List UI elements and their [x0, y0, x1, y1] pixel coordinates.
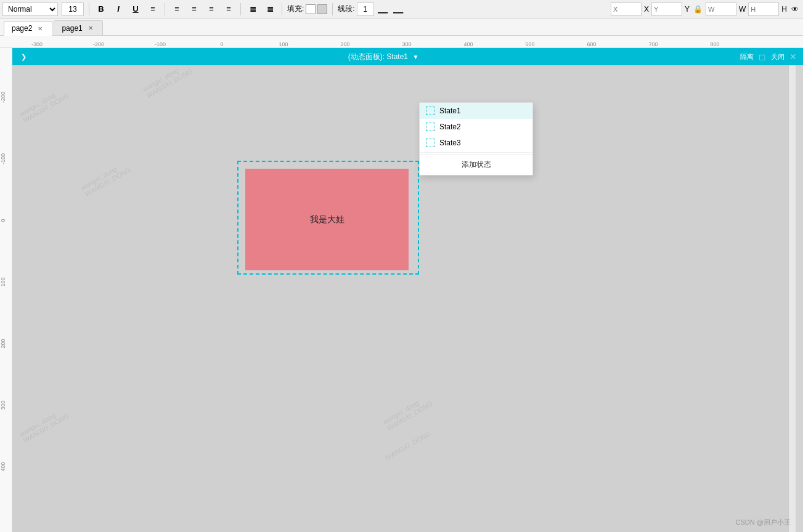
- font-size-input[interactable]: [62, 2, 84, 16]
- state-item-2[interactable]: State2: [420, 119, 532, 135]
- stroke-end-button[interactable]: ⎯⎯: [391, 2, 405, 16]
- state-label-2: State2: [439, 123, 461, 131]
- state-label-1: State1: [439, 107, 461, 115]
- dp-sep-2: ✕: [789, 52, 797, 62]
- state-divider: [420, 152, 532, 153]
- dp-title-text: (动态面板): State1: [348, 52, 408, 61]
- stroke-style-button[interactable]: ⎯⎯: [376, 2, 389, 16]
- align-dist-button[interactable]: ≣: [246, 2, 259, 16]
- align-spread-button[interactable]: ≣: [263, 2, 277, 16]
- separator-2: [165, 3, 165, 15]
- align-left-button[interactable]: ≡: [170, 2, 184, 16]
- tab-page1-label: page1: [62, 24, 82, 33]
- stroke-width-input[interactable]: [357, 2, 374, 16]
- list-button[interactable]: ≡: [146, 2, 160, 16]
- state-label-3: State3: [439, 139, 461, 147]
- lock-icon[interactable]: 🔒: [692, 4, 703, 15]
- canvas-area: -200 -100 0 100 200 300 400 wangxi_dongW…: [0, 48, 803, 532]
- y-coord-input[interactable]: [651, 2, 682, 16]
- y-label: Y: [685, 5, 690, 14]
- italic-button[interactable]: I: [112, 2, 125, 16]
- eye-icon[interactable]: 👁: [789, 4, 801, 15]
- separator-4: [282, 3, 282, 15]
- state-item-3[interactable]: State3: [420, 135, 532, 151]
- dp-content: 我是大娃: [12, 65, 796, 532]
- add-state-label: 添加状态: [462, 159, 491, 170]
- dp-close-button[interactable]: 关闭: [767, 51, 788, 63]
- toolbar-right: X Y 🔒 W H 👁: [611, 2, 801, 16]
- w-label: W: [739, 5, 746, 14]
- state-dropdown: State1 State2 State3 添加状态: [419, 102, 533, 175]
- align-center-button[interactable]: ≡: [187, 2, 201, 16]
- pink-box-text: 我是大娃: [310, 214, 344, 225]
- tab-page1-close[interactable]: ✕: [86, 24, 95, 33]
- state-icon-1: [426, 107, 434, 115]
- tab-page2-label: page2: [12, 24, 32, 33]
- tab-page2[interactable]: page2 ✕: [4, 21, 52, 36]
- dp-expand-button[interactable]: ❯: [17, 52, 30, 62]
- add-state-button[interactable]: 添加状态: [420, 154, 532, 175]
- state-icon-2: [426, 123, 434, 131]
- dp-dropdown-arrow[interactable]: ▼: [412, 54, 418, 60]
- fill-label: 填充:: [287, 4, 304, 14]
- h-label: H: [781, 5, 787, 14]
- ruler-vertical: -200 -100 0 100 200 300 400: [0, 48, 12, 532]
- scrollbar-track-v[interactable]: [788, 65, 796, 532]
- fill-section: 填充:: [287, 4, 327, 14]
- separator-5: [332, 3, 333, 15]
- separator-3: [240, 3, 241, 15]
- stroke-label: 线段:: [338, 4, 354, 14]
- dynamic-panel-title: (动态面板): State1 ▼: [30, 52, 736, 62]
- main-toolbar: NormalNormal B I U ≡ ≡ ≡ ≡ ≡ ≣ ≣ 填充: 线段:…: [0, 0, 803, 18]
- align-justify-button[interactable]: ≡: [222, 2, 235, 16]
- state-item-1[interactable]: State1: [420, 103, 532, 119]
- dp-sep-1: ◻: [759, 52, 766, 62]
- tab-page1[interactable]: page1 ✕: [54, 20, 102, 35]
- x-coord-input[interactable]: [611, 2, 642, 16]
- w-coord-input[interactable]: [706, 2, 736, 16]
- h-coord-input[interactable]: [748, 2, 779, 16]
- fill-color-swatch2[interactable]: [317, 4, 327, 14]
- tab-page2-close[interactable]: ✕: [36, 24, 44, 33]
- align-right-button[interactable]: ≡: [205, 2, 218, 16]
- canvas[interactable]: wangxi_dongWANGXI_DONG wangxi_dongWANGXI…: [12, 48, 803, 532]
- style-select[interactable]: NormalNormal: [2, 2, 58, 16]
- bold-button[interactable]: B: [94, 2, 108, 16]
- separator-1: [89, 3, 89, 15]
- dynamic-panel-bar: ❯ (动态面板): State1 ▼ 隔离 ◻ 关闭 ✕: [12, 48, 803, 65]
- pink-box[interactable]: 我是大娃: [245, 169, 409, 270]
- fill-color-swatch[interactable]: [306, 4, 316, 14]
- underline-button[interactable]: U: [129, 2, 142, 16]
- state-icon-3: [426, 139, 434, 147]
- ruler-horizontal: -300 -200 -100 0 100 200 300 400 500 600…: [0, 36, 803, 48]
- dp-isolate-button[interactable]: 隔离: [736, 51, 757, 63]
- x-label: X: [644, 5, 649, 14]
- tab-bar: page2 ✕ page1 ✕: [0, 18, 803, 36]
- stroke-section: 线段: ⎯⎯ ⎯⎯: [338, 2, 404, 16]
